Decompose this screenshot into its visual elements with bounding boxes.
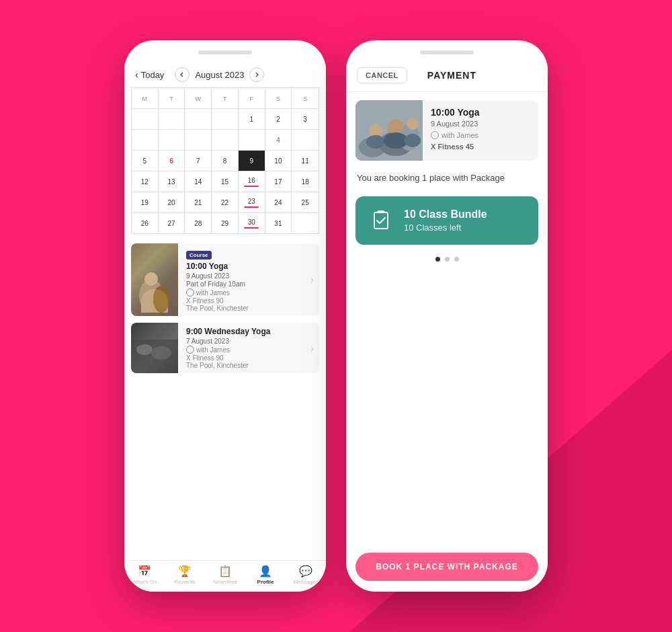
cal-cell-28[interactable]: 28 (185, 213, 212, 233)
cal-cell-31[interactable]: 31 (265, 213, 292, 233)
cal-cell-15[interactable]: 15 (212, 171, 239, 192)
nav-whats-on[interactable]: 📅 What's On (124, 565, 165, 585)
cal-cell-8[interactable]: 8 (212, 151, 239, 171)
cal-cell-30[interactable]: 30 (239, 213, 265, 233)
cal-cell-empty5[interactable] (132, 130, 159, 150)
cal-cell-empty3[interactable] (185, 109, 212, 129)
book-button[interactable]: BOOK 1 PLACE WITH PACKAGE (355, 553, 538, 581)
cal-cell-5[interactable] (292, 130, 319, 150)
cal-cell-14[interactable]: 14 (185, 171, 212, 192)
payment-class-date: 9 August 2023 (431, 120, 530, 128)
cal-cell-27[interactable]: 27 (159, 213, 185, 233)
cal-cell-29[interactable]: 29 (212, 213, 239, 233)
pagination-dots (346, 257, 548, 262)
month-navigation: August 2023 (175, 67, 264, 82)
cal-cell-5b[interactable]: 5 (132, 151, 159, 171)
calendar-week-2: 5 6 7 8 9 10 11 (132, 151, 319, 171)
bundle-icon (369, 208, 393, 233)
cal-cell-7[interactable]: 7 (185, 151, 212, 171)
cal-cell-6[interactable]: 6 (159, 151, 185, 171)
cal-cell-24[interactable]: 24 (265, 192, 292, 212)
pagination-dot-1[interactable] (435, 257, 440, 262)
notch-bar (198, 50, 252, 54)
chevron-left-icon: ‹ (135, 69, 138, 80)
day-s1: S (265, 88, 292, 108)
cal-cell-10[interactable]: 10 (265, 151, 292, 171)
cal-cell-25[interactable]: 25 (292, 192, 319, 212)
cal-cell-9-selected[interactable]: 9 (239, 151, 265, 171)
class-info-1: Course 10:00 Yoga 9 August 2023 Part of … (183, 243, 305, 316)
cal-cell-3[interactable]: 3 (292, 109, 319, 129)
pagination-dot-3[interactable] (454, 257, 459, 262)
nav-messages[interactable]: 💬 Messages (286, 565, 326, 585)
nav-profile[interactable]: 👤 Profile (245, 565, 286, 585)
rewards-label: Rewards (174, 579, 196, 585)
cal-cell-17[interactable]: 17 (265, 171, 292, 192)
class-arrow-1[interactable]: › (310, 243, 319, 316)
class-thumb-2 (131, 323, 178, 373)
cal-cell-empty6[interactable] (159, 130, 185, 150)
cal-cell-12[interactable]: 12 (132, 171, 159, 192)
cal-cell-23[interactable]: 23 (239, 192, 265, 212)
cal-cell-19[interactable]: 19 (132, 192, 159, 212)
day-t1: T (159, 88, 185, 108)
class-arrow-2[interactable]: › (310, 323, 319, 373)
rewards-icon: 🏆 (178, 565, 192, 578)
class-part-1: Part of Friday 10am (186, 280, 302, 288)
phone-1: ‹ Today August 2023 (124, 40, 326, 592)
class-date-2: 7 August 2023 (186, 338, 302, 345)
cal-cell-22[interactable]: 22 (212, 192, 239, 212)
cal-cell-4[interactable]: 4 (265, 130, 292, 150)
class-item-1[interactable]: Course 10:00 Yoga 9 August 2023 Part of … (131, 243, 319, 316)
class-list: Course 10:00 Yoga 9 August 2023 Part of … (124, 238, 326, 560)
prev-month-button[interactable] (175, 67, 190, 82)
pagination-dot-2[interactable] (445, 257, 450, 262)
cal-cell-empty4[interactable] (212, 109, 239, 129)
class-instructor-1: with James (186, 288, 302, 297)
cal-cell-empty[interactable] (132, 109, 159, 129)
cal-cell-16[interactable]: 16 (239, 171, 265, 192)
next-month-button[interactable] (249, 67, 264, 82)
cal-cell-26[interactable]: 26 (132, 213, 159, 233)
day-m: M (132, 88, 159, 108)
today-nav[interactable]: ‹ Today (135, 69, 164, 80)
day-t2: T (212, 88, 239, 108)
phone-1-content: ‹ Today August 2023 (124, 59, 326, 592)
course-badge: Course (186, 251, 212, 260)
cal-cell-18[interactable]: 18 (292, 171, 319, 192)
phone-2: CANCEL PAYMENT (346, 40, 548, 592)
cal-cell-empty8[interactable] (212, 130, 239, 150)
booking-info: You are booking 1 place with Package (346, 169, 548, 191)
calendar-week-1b: 4 (132, 130, 319, 151)
current-month: August 2023 (195, 70, 244, 80)
clipboard-check-icon (370, 210, 392, 231)
nav-rewards[interactable]: 🏆 Rewards (165, 565, 205, 585)
bottom-navigation: 📅 What's On 🏆 Rewards 📋 Newsfeed 👤 Profi… (124, 560, 326, 592)
bundle-card[interactable]: 10 Class Bundle 10 Classes left (355, 196, 538, 245)
calendar-week-5: 26 27 28 29 30 31 (132, 213, 319, 233)
cal-cell-2[interactable]: 2 (265, 109, 292, 129)
day-f: F (239, 88, 265, 108)
payment-venue: X Fitness 45 (431, 143, 530, 151)
cal-cell-13[interactable]: 13 (159, 171, 185, 192)
cancel-button[interactable]: CANCEL (357, 67, 407, 83)
cal-cell-empty7[interactable] (185, 130, 212, 150)
nav-newsfeed[interactable]: 📋 Newsfeed (205, 565, 245, 585)
payment-header: CANCEL PAYMENT (346, 59, 548, 92)
class-item-2[interactable]: 9:00 Wednesday Yoga 7 August 2023 with J… (131, 323, 319, 373)
phone-1-notch (124, 40, 326, 59)
whats-on-label: What's On (132, 579, 157, 585)
calendar-day-names: M T W T F S S (132, 88, 319, 109)
class-venue-2: X Fitness 90 (186, 354, 302, 362)
cal-cell-1[interactable]: 1 (239, 109, 265, 129)
svg-point-14 (384, 132, 408, 149)
payment-class-thumb (355, 100, 423, 161)
cal-cell-20[interactable]: 20 (159, 192, 185, 212)
cal-cell-empty9[interactable] (239, 130, 265, 150)
cal-cell-21[interactable]: 21 (185, 192, 212, 212)
payment-class-card: 10:00 Yoga 9 August 2023 with James X Fi… (355, 100, 538, 161)
class-thumb-1 (131, 243, 178, 316)
phone-2-content: CANCEL PAYMENT (346, 59, 548, 592)
cal-cell-11[interactable]: 11 (292, 151, 319, 171)
cal-cell-empty2[interactable] (159, 109, 185, 129)
